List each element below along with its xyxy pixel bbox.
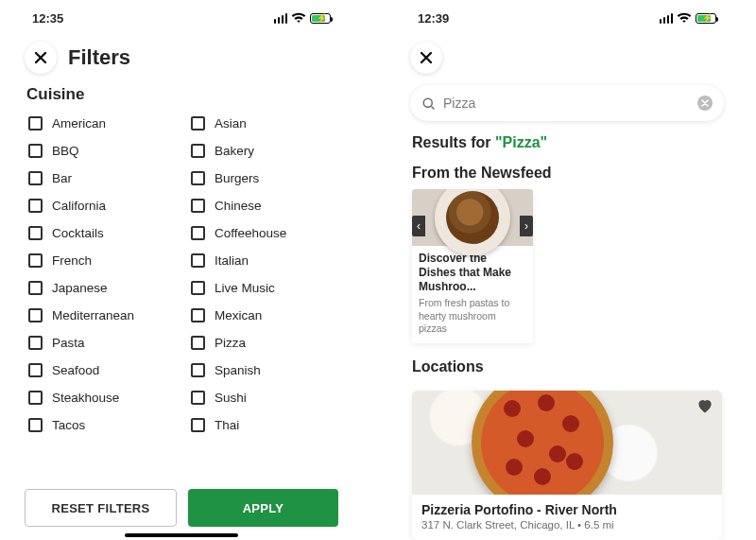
carousel-prev-button[interactable]: ‹ — [412, 216, 425, 236]
screen-search: 12:39 ⚡ Results for "Pizza" Fro — [393, 0, 741, 540]
locations-heading: Locations — [393, 343, 741, 383]
cuisine-label: Thai — [215, 418, 239, 432]
cuisine-option[interactable]: Sushi — [181, 384, 344, 411]
cuisine-option[interactable]: Burgers — [181, 165, 344, 192]
checkbox-icon — [191, 363, 205, 377]
cuisine-option[interactable]: Pasta — [19, 329, 181, 357]
results-heading: Results for "Pizza" — [393, 134, 741, 165]
page-title: Filters — [68, 45, 130, 70]
favorite-button[interactable] — [696, 396, 714, 419]
cuisine-label: Pizza — [215, 336, 246, 350]
close-icon — [34, 51, 47, 64]
checkbox-icon — [28, 171, 43, 185]
wifi-icon — [291, 12, 306, 24]
search-bar[interactable] — [410, 85, 724, 121]
cuisine-option[interactable]: California — [19, 192, 181, 219]
cuisine-option[interactable]: Pizza — [181, 329, 344, 357]
cuisine-option[interactable]: Chinese — [181, 192, 344, 219]
clear-search-button[interactable] — [697, 96, 713, 111]
close-icon — [701, 99, 709, 107]
battery-icon: ⚡ — [310, 13, 331, 24]
cuisine-option[interactable]: Bar — [19, 165, 181, 192]
apply-button[interactable]: APPLY — [188, 489, 338, 527]
status-icons: ⚡ — [274, 12, 332, 24]
cellular-icon — [274, 13, 288, 24]
cuisine-option[interactable]: American — [19, 110, 181, 137]
cuisine-option[interactable]: Live Music — [181, 274, 344, 302]
close-button[interactable] — [25, 42, 57, 74]
newsfeed-card-image — [412, 189, 533, 246]
screen-filters: 12:35 ⚡ Filters Cuisine AmericanAsianBBQ… — [8, 0, 355, 540]
checkbox-icon — [191, 336, 205, 350]
status-time: 12:35 — [32, 11, 63, 26]
status-bar: 12:35 ⚡ — [8, 8, 355, 28]
checkbox-icon — [28, 281, 43, 295]
close-button[interactable] — [410, 42, 442, 74]
cuisine-label: Coffeehouse — [215, 226, 286, 240]
cuisine-label: Italian — [215, 253, 249, 268]
checkbox-icon — [28, 308, 43, 322]
cuisine-label: Pasta — [52, 336, 85, 350]
checkbox-icon — [28, 116, 43, 131]
checkbox-icon — [28, 418, 43, 432]
checkbox-icon — [191, 144, 205, 158]
checkbox-icon — [191, 391, 205, 405]
heart-icon — [696, 396, 714, 415]
wifi-icon — [677, 12, 692, 24]
cuisine-option[interactable]: Tacos — [19, 411, 181, 439]
cuisine-option[interactable]: French — [19, 247, 181, 274]
checkbox-icon — [28, 363, 43, 377]
cuisine-option[interactable]: Seafood — [19, 357, 181, 384]
cuisine-option[interactable]: Cocktails — [19, 219, 181, 247]
svg-point-0 — [423, 98, 432, 107]
cuisine-option[interactable]: Italian — [181, 247, 344, 274]
cuisine-options: AmericanAsianBBQBakeryBarBurgersCaliforn… — [8, 110, 355, 439]
results-query: "Pizza" — [495, 134, 547, 150]
status-time: 12:39 — [418, 11, 449, 26]
cuisine-label: Asian — [215, 116, 247, 131]
cuisine-option[interactable]: Spanish — [181, 357, 344, 384]
cuisine-label: Tacos — [52, 418, 85, 432]
location-image — [412, 391, 722, 495]
cuisine-option[interactable]: Japanese — [19, 274, 181, 302]
home-indicator — [125, 533, 238, 537]
cuisine-option[interactable]: Bakery — [181, 137, 344, 165]
battery-icon: ⚡ — [696, 13, 716, 24]
newsfeed-card-title: Discover the Dishes that Make Mushroo... — [419, 252, 526, 294]
location-title: Pizzeria Portofino - River North — [421, 502, 713, 517]
cuisine-option[interactable]: Steakhouse — [19, 384, 181, 411]
search-icon — [421, 96, 436, 111]
cuisine-label: Cocktails — [52, 226, 104, 240]
search-input[interactable] — [443, 96, 690, 111]
checkbox-icon — [191, 253, 205, 268]
cuisine-option[interactable]: Coffeehouse — [181, 219, 344, 247]
close-icon — [420, 51, 433, 64]
cuisine-label: Mediterranean — [52, 308, 134, 322]
carousel-next-button[interactable]: › — [520, 216, 533, 236]
cuisine-label: Bar — [52, 171, 72, 185]
checkbox-icon — [191, 116, 205, 131]
newsfeed-card[interactable]: Discover the Dishes that Make Mushroo...… — [412, 189, 533, 343]
cuisine-option[interactable]: Asian — [181, 110, 344, 137]
reset-filters-button[interactable]: RESET FILTERS — [25, 489, 177, 527]
cuisine-option[interactable]: BBQ — [19, 137, 181, 165]
location-card[interactable]: Pizzeria Portofino - River North 317 N. … — [412, 391, 722, 540]
cuisine-label: Seafood — [52, 363, 99, 377]
status-icons: ⚡ — [660, 12, 717, 24]
cuisine-option[interactable]: Mediterranean — [19, 302, 181, 329]
checkbox-icon — [191, 226, 205, 240]
cuisine-option[interactable]: Thai — [181, 411, 344, 439]
cuisine-label: Mexican — [215, 308, 262, 322]
cuisine-label: Spanish — [215, 363, 261, 377]
checkbox-icon — [28, 199, 43, 213]
cuisine-label: Sushi — [215, 391, 247, 405]
checkbox-icon — [191, 281, 205, 295]
location-subtitle: 317 N. Clark Street, Chicago, IL • 6.5 m… — [421, 519, 713, 531]
cuisine-label: Bakery — [215, 144, 254, 158]
svg-line-1 — [432, 106, 435, 109]
cellular-icon — [660, 13, 674, 24]
cuisine-label: Live Music — [215, 281, 275, 295]
cuisine-option[interactable]: Mexican — [181, 302, 344, 329]
section-heading-cuisine: Cuisine — [8, 83, 355, 110]
results-prefix: Results for — [412, 134, 495, 150]
